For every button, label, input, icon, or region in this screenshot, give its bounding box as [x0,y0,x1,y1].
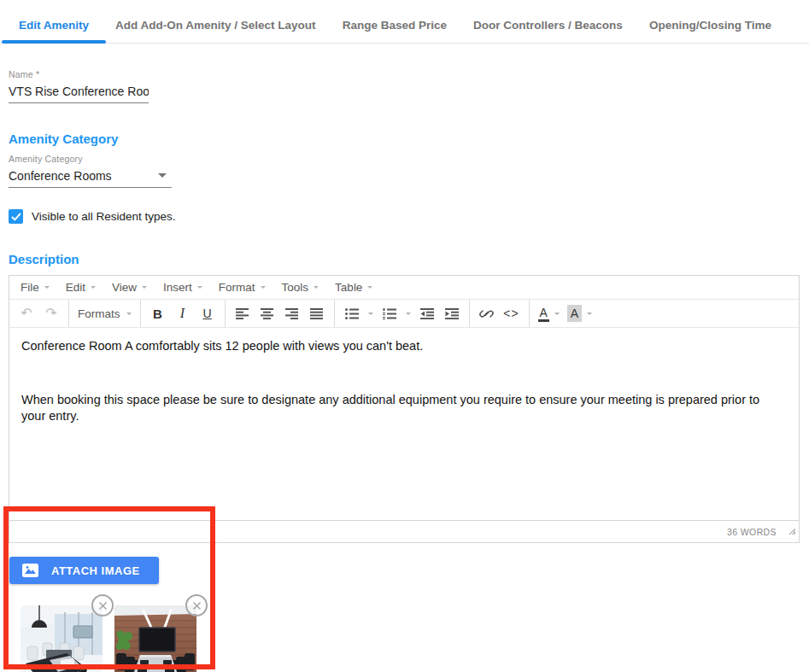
align-justify-icon[interactable] [308,303,325,324]
attach-image-button[interactable]: ATTACH IMAGE [9,557,159,584]
chevron-down-icon[interactable] [368,313,373,315]
chevron-down-icon[interactable] [406,313,411,315]
outdent-icon[interactable] [419,303,436,324]
align-right-icon[interactable] [284,303,301,324]
chevron-down-icon [126,313,132,315]
editor-menubar: File Edit View Insert Format Tools Table [9,276,799,300]
check-icon [11,213,21,221]
text-color-icon: A [538,306,549,322]
resize-grip[interactable] [788,523,795,539]
menu-table-label: Table [335,281,362,294]
chevron-down-icon [197,286,202,289]
conference-room-wall-tv-image [114,605,196,672]
amenity-form: Name * VTS Rise Conference Room A Amenit… [0,69,809,266]
amenity-category-label: Amenity Category [9,154,172,164]
close-icon [98,601,108,611]
toolbar-insert-group: <> [470,300,530,327]
menu-file-label: File [21,281,39,294]
tab-door-controllers-beacons[interactable]: Door Controllers / Beacons [461,12,635,43]
chevron-down-icon [314,286,319,289]
bullet-list-icon[interactable] [343,303,361,324]
redo-icon[interactable]: ↷ [43,303,60,324]
chevron-down-icon [142,286,147,289]
bold-icon[interactable]: B [149,303,167,324]
toolbar-list-group [335,300,470,327]
remove-image-2-button[interactable] [185,594,208,616]
menu-format-label: Format [219,281,255,294]
link-icon[interactable] [478,303,495,324]
menu-view-label: View [112,281,137,294]
underline-icon[interactable]: U [199,303,216,324]
menu-tools-label: Tools [282,281,309,294]
remove-image-1-button[interactable] [91,594,114,616]
description-paragraph-1: Conference Room A comfortably sits 12 pe… [21,338,787,354]
toolbar-align-group [226,300,335,327]
amenity-category-heading: Amenity Category [9,131,809,146]
description-paragraph-2: When booking this space please be sure t… [21,392,787,424]
chevron-down-icon [261,286,266,289]
formats-label: Formats [78,307,120,320]
name-field-group: Name * VTS Rise Conference Room A [9,69,149,103]
attach-image-section: ATTACH IMAGE [0,557,809,672]
chevron-down-icon [587,313,592,315]
italic-icon[interactable]: I [174,303,191,324]
conference-room-booking-panel-image [21,605,103,672]
indent-icon[interactable] [443,303,460,324]
chevron-down-icon [91,286,96,289]
text-color-button[interactable]: A [538,306,560,322]
menu-insert-label: Insert [163,281,192,294]
amenity-category-select[interactable]: Conference Rooms [9,164,172,188]
background-color-icon: A [567,305,582,322]
visibility-checkbox-row: Visible to all Resident types. [9,209,809,224]
chevron-down-icon [554,313,560,315]
attachment-thumbnail-1 [21,605,103,672]
toolbar-color-group: A A [530,300,601,327]
amenity-category-select-group: Amenity Category Conference Rooms [9,154,172,188]
menu-insert[interactable]: Insert [155,278,211,297]
name-label: Name * [9,69,149,79]
word-count: 36 WORDS [727,527,777,537]
tab-bar: Edit Amenity Add Add-On Amenity / Select… [0,0,809,44]
undo-icon[interactable]: ↶ [18,303,35,324]
editor-content-area[interactable]: Conference Room A comfortably sits 12 pe… [9,328,799,520]
tab-range-based-price[interactable]: Range Based Price [331,12,459,43]
description-heading: Description [9,252,809,266]
toolbar-formats-group: Formats [69,300,141,327]
toolbar-text-style-group: B I U [141,300,226,327]
image-icon [22,564,38,577]
editor-statusbar: 36 WORDS [9,520,799,542]
align-center-icon[interactable] [259,303,276,324]
formats-dropdown[interactable]: Formats [78,307,132,320]
editor-toolbar: ↶ ↷ Formats B I U [9,300,799,328]
attachment-thumbnail-2 [114,605,196,672]
menu-format[interactable]: Format [211,278,274,297]
chevron-down-icon [367,286,372,289]
description-editor: File Edit View Insert Format Tools Table… [9,275,800,543]
attached-images-row [21,605,809,672]
close-icon [192,601,202,611]
toolbar-history-group: ↶ ↷ [9,300,69,327]
name-input[interactable]: VTS Rise Conference Room A [9,79,149,103]
chevron-down-icon [44,286,50,289]
visibility-checkbox-label: Visible to all Resident types. [32,210,176,223]
menu-table[interactable]: Table [327,278,381,297]
menu-edit-label: Edit [66,281,85,294]
attach-image-label: ATTACH IMAGE [51,564,140,577]
visible-to-residents-checkbox[interactable] [9,209,23,224]
menu-tools[interactable]: Tools [274,278,328,297]
chevron-down-icon [158,173,167,178]
tab-add-addon-amenity[interactable]: Add Add-On Amenity / Select Layout [103,12,328,43]
source-code-icon[interactable]: <> [503,303,520,324]
numbered-list-icon[interactable] [381,303,398,324]
menu-file[interactable]: File [13,278,58,297]
menu-view[interactable]: View [104,278,155,297]
tab-opening-closing-time[interactable]: Opening/Closing Time [637,12,783,43]
background-color-button[interactable]: A [567,305,592,322]
align-left-icon[interactable] [234,303,251,324]
tab-edit-amenity[interactable]: Edit Amenity [7,12,101,43]
menu-edit[interactable]: Edit [58,278,104,297]
